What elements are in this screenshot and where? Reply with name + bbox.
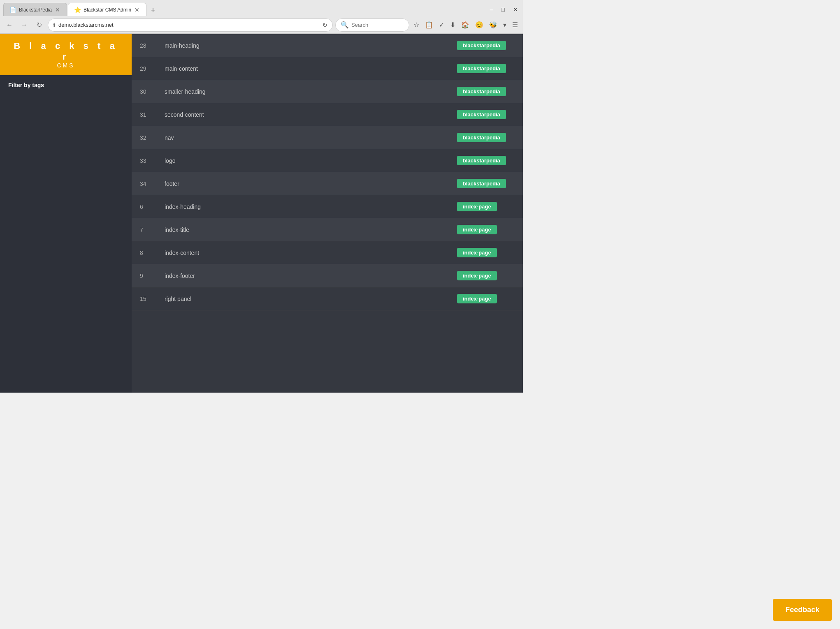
row-name: second-content — [165, 111, 457, 118]
row-tag: index-page — [457, 225, 515, 234]
extension-icon[interactable]: 🐝 — [487, 19, 499, 30]
content-table: 28 main-heading blackstarpedia 29 main-c… — [132, 34, 523, 310]
row-id: 33 — [140, 157, 165, 164]
tag-badge[interactable]: blackstarpedia — [457, 156, 506, 165]
tag-badge[interactable]: index-page — [457, 225, 497, 234]
row-tag: blackstarpedia — [457, 156, 515, 165]
row-name: footer — [165, 180, 457, 187]
row-id: 9 — [140, 273, 165, 279]
row-name: index-content — [165, 250, 457, 256]
table-row[interactable]: 34 footer blackstarpedia — [132, 172, 523, 195]
table-row[interactable]: 33 logo blackstarpedia — [132, 149, 523, 172]
table-row[interactable]: 6 index-heading index-page — [132, 195, 523, 218]
row-id: 31 — [140, 111, 165, 118]
table-row[interactable]: 9 index-footer index-page — [132, 264, 523, 287]
info-icon: ℹ — [53, 22, 55, 28]
tag-badge[interactable]: index-page — [457, 294, 497, 303]
tab-close-blackstarpedia[interactable]: ✕ — [54, 7, 61, 13]
search-icon: 🔍 — [341, 21, 349, 29]
more-icon[interactable]: ▾ — [501, 19, 508, 30]
tag-badge[interactable]: blackstarpedia — [457, 87, 506, 96]
title-bar: 📄 BlackstarPedia ✕ ⭐ Blackstar CMS Admin… — [0, 0, 523, 16]
close-button[interactable]: ✕ — [511, 5, 520, 14]
new-tab-button[interactable]: + — [147, 5, 159, 16]
tag-badge[interactable]: blackstarpedia — [457, 41, 506, 50]
content-area[interactable]: 28 main-heading blackstarpedia 29 main-c… — [132, 34, 523, 393]
tag-badge[interactable]: blackstarpedia — [457, 179, 506, 188]
row-tag: blackstarpedia — [457, 110, 515, 119]
row-name: main-content — [165, 65, 457, 72]
address-input[interactable] — [58, 22, 319, 28]
tab-icon-cms-admin: ⭐ — [74, 7, 81, 13]
table-row[interactable]: 29 main-content blackstarpedia — [132, 57, 523, 80]
row-id: 29 — [140, 65, 165, 72]
row-name: logo — [165, 157, 457, 164]
tag-badge[interactable]: blackstarpedia — [457, 133, 506, 142]
tab-bar: 📄 BlackstarPedia ✕ ⭐ Blackstar CMS Admin… — [3, 3, 159, 16]
tab-title-blackstarpedia: BlackstarPedia — [19, 7, 52, 13]
browser-chrome: 📄 BlackstarPedia ✕ ⭐ Blackstar CMS Admin… — [0, 0, 523, 34]
logo-cms: CMS — [8, 62, 123, 69]
back-button[interactable]: ← — [3, 19, 16, 31]
row-tag: blackstarpedia — [457, 133, 515, 142]
window-controls: – □ ✕ — [488, 5, 520, 14]
table-row[interactable]: 31 second-content blackstarpedia — [132, 103, 523, 126]
search-bar[interactable]: 🔍 — [335, 18, 409, 32]
table-row[interactable]: 28 main-heading blackstarpedia — [132, 34, 523, 57]
table-row[interactable]: 32 nav blackstarpedia — [132, 126, 523, 149]
tag-badge[interactable]: blackstarpedia — [457, 110, 506, 119]
tab-icon-blackstarpedia: 📄 — [9, 7, 16, 13]
refresh-small-icon: ↻ — [323, 22, 327, 28]
row-id: 30 — [140, 88, 165, 95]
row-id: 6 — [140, 204, 165, 210]
toolbar: ← → ↻ ℹ ↻ 🔍 ☆ 📋 ✓ ⬇ 🏠 😊 🐝 ▾ ☰ — [0, 16, 523, 34]
tag-badge[interactable]: index-page — [457, 202, 497, 211]
reading-list-icon[interactable]: 📋 — [423, 19, 435, 30]
filter-by-tags-label: Filter by tags — [0, 75, 132, 95]
minimize-button[interactable]: – — [488, 5, 495, 14]
maximize-button[interactable]: □ — [500, 5, 506, 14]
row-tag: blackstarpedia — [457, 41, 515, 50]
row-name: index-title — [165, 227, 457, 233]
logo-text: B l a c k s t a r — [8, 41, 123, 62]
row-name: right panel — [165, 296, 457, 302]
row-id: 15 — [140, 296, 165, 302]
sidebar-logo: B l a c k s t a r CMS — [0, 34, 132, 75]
sidebar: B l a c k s t a r CMS Filter by tags — [0, 34, 132, 393]
bookmark-icon[interactable]: ☆ — [412, 19, 421, 30]
main-content: B l a c k s t a r CMS Filter by tags 28 … — [0, 34, 523, 393]
table-row[interactable]: 8 index-content index-page — [132, 241, 523, 264]
menu-icon[interactable]: ☰ — [510, 19, 520, 30]
row-tag: blackstarpedia — [457, 179, 515, 188]
toolbar-icons: ☆ 📋 ✓ ⬇ 🏠 😊 🐝 ▾ ☰ — [412, 19, 520, 30]
tag-badge[interactable]: index-page — [457, 271, 497, 280]
row-name: index-heading — [165, 204, 457, 210]
address-bar[interactable]: ℹ ↻ — [48, 18, 333, 32]
pocket-icon[interactable]: ✓ — [437, 19, 446, 30]
row-name: index-footer — [165, 273, 457, 279]
row-tag: index-page — [457, 248, 515, 257]
tag-badge[interactable]: index-page — [457, 248, 497, 257]
table-row[interactable]: 30 smaller-heading blackstarpedia — [132, 80, 523, 103]
tab-cms-admin[interactable]: ⭐ Blackstar CMS Admin ✕ — [68, 3, 146, 16]
row-id: 8 — [140, 250, 165, 256]
row-tag: index-page — [457, 271, 515, 280]
row-tag: blackstarpedia — [457, 87, 515, 96]
refresh-button[interactable]: ↻ — [33, 19, 45, 31]
row-id: 34 — [140, 180, 165, 187]
home-icon[interactable]: 🏠 — [459, 19, 471, 30]
row-tag: index-page — [457, 294, 515, 303]
emoji-icon[interactable]: 😊 — [473, 19, 485, 30]
row-tag: blackstarpedia — [457, 64, 515, 73]
search-input[interactable] — [351, 22, 404, 28]
tab-blackstarpedia[interactable]: 📄 BlackstarPedia ✕ — [3, 3, 67, 16]
table-row[interactable]: 15 right panel index-page — [132, 287, 523, 310]
row-id: 28 — [140, 42, 165, 49]
tab-close-cms-admin[interactable]: ✕ — [134, 7, 140, 13]
tab-title-cms-admin: Blackstar CMS Admin — [84, 7, 131, 13]
tag-badge[interactable]: blackstarpedia — [457, 64, 506, 73]
forward-button[interactable]: → — [18, 19, 30, 31]
download-icon[interactable]: ⬇ — [448, 19, 457, 30]
table-row[interactable]: 7 index-title index-page — [132, 218, 523, 241]
row-id: 7 — [140, 227, 165, 233]
